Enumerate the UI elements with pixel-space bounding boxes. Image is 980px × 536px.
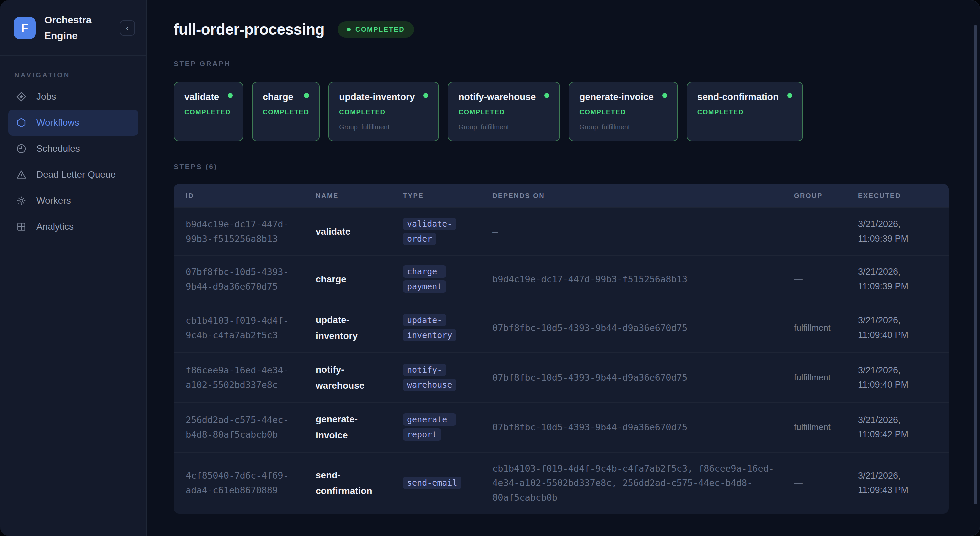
step-card-status: COMPLETED xyxy=(185,108,233,116)
sidebar-item-jobs[interactable]: Jobs xyxy=(8,84,138,110)
step-card-send-confirmation[interactable]: send-confirmation COMPLETED xyxy=(687,82,803,142)
sidebar-item-label: Workers xyxy=(37,195,71,206)
clock-icon xyxy=(16,143,27,154)
step-name: validate xyxy=(316,224,386,240)
sidebar-item-label: Analytics xyxy=(37,221,74,232)
column-header-name: NAME xyxy=(316,192,403,200)
sidebar-item-workflows[interactable]: Workflows xyxy=(8,110,138,136)
step-id: b9d4c19e-dc17-447d-99b3-f515256a8b13 xyxy=(186,217,302,246)
step-type-chip: send-email xyxy=(403,477,461,489)
step-card-update-inventory[interactable]: update-inventory COMPLETED Group: fulfil… xyxy=(328,82,439,142)
step-card-status: COMPLETED xyxy=(697,108,792,116)
step-group: fulfillment xyxy=(794,372,858,383)
step-depends-on: b9d4c19e-dc17-447d-99b3-f515256a8b13 xyxy=(492,272,794,287)
main-content: full-order-processing COMPLETED STEP GRA… xyxy=(147,0,980,536)
step-depends-on: — xyxy=(492,224,794,239)
step-type-chip: validate-order xyxy=(403,218,456,245)
step-group: fulfillment xyxy=(794,323,858,333)
column-header-id: ID xyxy=(186,192,316,200)
sidebar-item-dead-letter-queue[interactable]: Dead Letter Queue xyxy=(8,162,138,188)
sidebar-item-label: Dead Letter Queue xyxy=(37,169,116,180)
step-executed: 3/21/2026, 11:09:42 PM xyxy=(858,413,937,442)
step-id: f86cee9a-16ed-4e34-a102-5502bd337e8c xyxy=(186,363,302,392)
step-card-title: charge xyxy=(262,92,293,102)
page-title: full-order-processing xyxy=(173,20,325,38)
step-name: send-confirmation xyxy=(316,467,386,499)
steps-table-header: ID NAME TYPE DEPENDS ON GROUP EXECUTED xyxy=(173,184,949,207)
sidebar-item-label: Schedules xyxy=(37,143,80,154)
app-window: F Orchestra Engine ‹ NAVIGATION Jobs xyxy=(0,0,980,536)
column-header-executed: EXECUTED xyxy=(858,192,937,200)
step-card-status: COMPLETED xyxy=(458,108,549,116)
table-row[interactable]: 256dd2ad-c575-44ec-b4d8-80af5cabcb0b gen… xyxy=(173,402,949,452)
step-executed: 3/21/2026, 11:09:39 PM xyxy=(858,217,937,246)
status-dot-icon xyxy=(544,93,549,98)
column-header-depends-on: DEPENDS ON xyxy=(492,192,794,200)
sidebar-item-schedules[interactable]: Schedules xyxy=(8,136,138,162)
step-executed: 3/21/2026, 11:09:40 PM xyxy=(858,363,937,392)
step-graph: validate COMPLETED charge COMPLETED upda… xyxy=(173,82,980,142)
step-card-group: Group: fulfillment xyxy=(579,123,667,131)
sidebar-item-workers[interactable]: Workers xyxy=(8,188,138,214)
step-name: update-inventory xyxy=(316,312,386,344)
status-badge: COMPLETED xyxy=(338,21,414,38)
step-card-title: send-confirmation xyxy=(697,92,779,102)
navigation-section-label: NAVIGATION xyxy=(14,72,146,79)
step-card-title: notify-warehouse xyxy=(458,92,536,102)
step-id: 4cf85040-7d6c-4f69-ada4-c61eb8670889 xyxy=(186,468,302,497)
status-dot-icon xyxy=(304,93,309,98)
step-executed: 3/21/2026, 11:09:39 PM xyxy=(858,265,937,293)
step-name: charge xyxy=(316,271,386,287)
status-dot-icon xyxy=(788,93,792,98)
step-depends-on: 07bf8fbc-10d5-4393-9b44-d9a36e670d75 xyxy=(492,321,794,336)
status-dot-icon xyxy=(228,93,233,98)
table-row[interactable]: 4cf85040-7d6c-4f69-ada4-c61eb8670889 sen… xyxy=(173,452,949,514)
step-card-title: update-inventory xyxy=(339,92,415,102)
status-dot-icon xyxy=(662,93,667,98)
step-card-status: COMPLETED xyxy=(579,108,667,116)
hexagon-icon xyxy=(16,117,27,128)
vertical-scrollbar[interactable] xyxy=(974,25,977,504)
sidebar-item-analytics[interactable]: Analytics xyxy=(8,214,138,240)
step-card-validate[interactable]: validate COMPLETED xyxy=(173,82,243,142)
steps-table: ID NAME TYPE DEPENDS ON GROUP EXECUTED b… xyxy=(173,184,949,514)
step-name: notify-warehouse xyxy=(316,362,386,393)
step-card-status: COMPLETED xyxy=(339,108,428,116)
table-row[interactable]: cb1b4103-f019-4d4f-9c4b-c4fa7ab2f5c3 upd… xyxy=(173,303,949,352)
alert-triangle-icon xyxy=(16,169,27,180)
step-group: — xyxy=(794,274,858,284)
steps-section-label: STEPS (6) xyxy=(173,163,980,171)
status-dot-icon xyxy=(347,28,351,31)
step-type-chip: generate-report xyxy=(403,414,456,441)
step-group: — xyxy=(794,226,858,237)
sidebar-collapse-button[interactable]: ‹ xyxy=(120,20,135,36)
column-header-group: GROUP xyxy=(794,192,858,200)
status-badge-label: COMPLETED xyxy=(355,25,405,33)
step-card-generate-invoice[interactable]: generate-invoice COMPLETED Group: fulfil… xyxy=(569,82,678,142)
status-dot-icon xyxy=(423,93,428,98)
step-card-group xyxy=(185,123,233,131)
step-card-charge[interactable]: charge COMPLETED xyxy=(252,82,320,142)
page-header: full-order-processing COMPLETED xyxy=(173,20,980,38)
sidebar-nav: Jobs Workflows Schedules xyxy=(0,84,146,240)
step-card-group: Group: fulfillment xyxy=(339,123,428,131)
step-id: cb1b4103-f019-4d4f-9c4b-c4fa7ab2f5c3 xyxy=(186,313,302,342)
table-row[interactable]: 07bf8fbc-10d5-4393-9b44-d9a36e670d75 cha… xyxy=(173,255,949,303)
chevron-left-icon: ‹ xyxy=(126,24,129,32)
table-row[interactable]: b9d4c19e-dc17-447d-99b3-f515256a8b13 val… xyxy=(173,207,949,255)
step-card-notify-warehouse[interactable]: notify-warehouse COMPLETED Group: fulfil… xyxy=(448,82,560,142)
step-card-group xyxy=(262,123,309,131)
diamond-icon xyxy=(16,91,27,102)
sidebar-item-label: Workflows xyxy=(37,117,80,128)
step-depends-on: 07bf8fbc-10d5-4393-9b44-d9a36e670d75 xyxy=(492,420,794,435)
step-depends-on: 07bf8fbc-10d5-4393-9b44-d9a36e670d75 xyxy=(492,371,794,385)
table-row[interactable]: f86cee9a-16ed-4e34-a102-5502bd337e8c not… xyxy=(173,352,949,402)
grid-icon xyxy=(16,221,27,232)
step-executed: 3/21/2026, 11:09:40 PM xyxy=(858,313,937,342)
column-header-type: TYPE xyxy=(403,192,492,200)
step-id: 07bf8fbc-10d5-4393-9b44-d9a36e670d75 xyxy=(186,265,302,294)
app-logo: F xyxy=(14,17,36,39)
step-type-chip: update-inventory xyxy=(403,314,456,341)
step-group: fulfillment xyxy=(794,422,858,432)
sidebar-item-label: Jobs xyxy=(37,91,56,102)
